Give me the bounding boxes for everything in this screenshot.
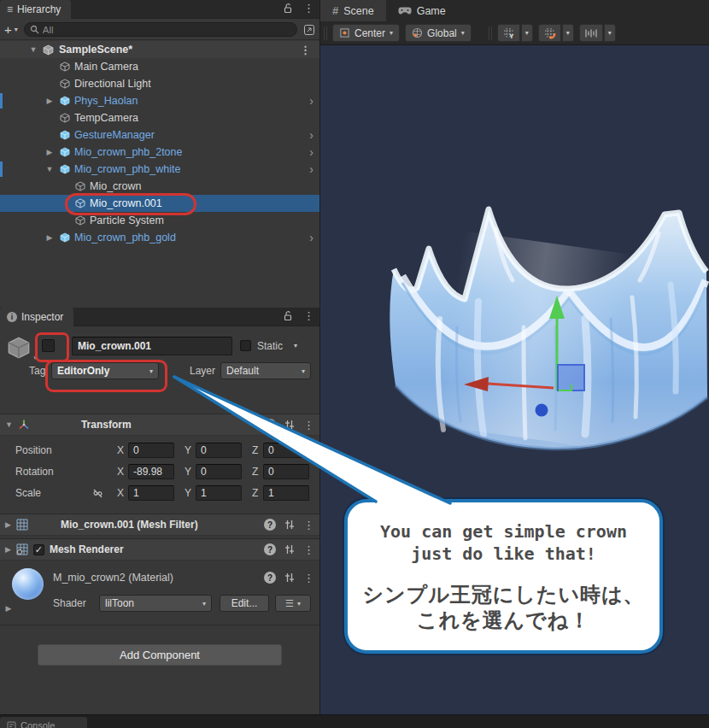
hierarchy-item-gesturemanager[interactable]: GestureManager ›: [0, 126, 319, 144]
prefab-cube-icon: [60, 130, 70, 140]
chevron-down-icon: ▾: [461, 29, 465, 37]
hierarchy-item-directional-light[interactable]: Directional Light: [0, 75, 319, 92]
rotation-y-field[interactable]: [196, 464, 242, 479]
gameobject-name-field[interactable]: [72, 337, 232, 355]
unlock-icon[interactable]: [283, 3, 293, 14]
kebab-menu-icon[interactable]: ⋮: [300, 44, 311, 56]
tag-value: EditorOnly: [57, 365, 109, 377]
foldout-arrow-icon[interactable]: ▶: [3, 604, 14, 613]
shader-menu-button[interactable]: ☰ ▾: [275, 595, 311, 612]
hierarchy-item-mio-crown-001[interactable]: Mio_crown.001: [0, 195, 319, 212]
bubble-text-en-line2: just do like that!: [348, 543, 659, 565]
link-broken-icon[interactable]: [92, 488, 103, 499]
rotation-x-field[interactable]: [128, 464, 174, 479]
scale-z-field[interactable]: [263, 485, 309, 501]
snap-increment-dropdown[interactable]: ▾: [604, 24, 616, 42]
tab-hierarchy[interactable]: ≡ Hierarchy: [0, 0, 71, 19]
add-component-button[interactable]: Add Component: [38, 644, 282, 666]
hierarchy-item-main-camera[interactable]: Main Camera: [0, 58, 319, 75]
shader-dropdown[interactable]: lilToon ▾: [99, 595, 212, 612]
toolbar-separator: [489, 26, 492, 40]
prefab-chevron-icon[interactable]: ›: [309, 127, 313, 143]
kebab-menu-icon[interactable]: ⋮: [303, 3, 314, 14]
game-tab-label: Game: [417, 5, 446, 17]
grid-axis-button[interactable]: Y: [497, 24, 520, 42]
rotation-z-field[interactable]: [263, 464, 309, 479]
hierarchy-item-mio-crown-phb-white[interactable]: ▼ Mio_crown_phb_white ›: [0, 161, 319, 178]
hierarchy-item-mio-crown-phb-2tone[interactable]: ▶ Mio_crown_phb_2tone ›: [0, 144, 319, 161]
transform-scale-row: Scale X Y Z: [0, 484, 319, 502]
mesh-filter-title: Mio_crown.001 (Mesh Filter): [61, 519, 198, 531]
scale-y-field[interactable]: [196, 485, 242, 501]
pivot-mode-button[interactable]: Center ▾: [332, 24, 400, 42]
orientation-button[interactable]: Global ▾: [405, 24, 472, 42]
shader-edit-button[interactable]: Edit...: [220, 595, 269, 612]
grid-snap-button[interactable]: [538, 24, 561, 42]
hierarchy-search-field[interactable]: [24, 22, 297, 37]
gameobject-big-cube-icon[interactable]: ▾: [7, 336, 31, 360]
foldout-arrow-icon[interactable]: ▶: [5, 520, 11, 529]
help-icon[interactable]: ?: [264, 543, 276, 555]
search-window-icon[interactable]: [303, 24, 315, 36]
preset-icon[interactable]: [284, 420, 295, 430]
hierarchy-item-phys-haolan[interactable]: ▶ Phys_Haolan ›: [0, 92, 319, 109]
search-input[interactable]: [43, 25, 291, 35]
kebab-menu-icon[interactable]: ⋮: [303, 310, 314, 321]
tab-scene[interactable]: # Scene: [320, 0, 386, 21]
transform-header[interactable]: ▼ Transform ? ⋮: [0, 414, 319, 436]
transform-rotation-row: Rotation X Y Z: [0, 463, 319, 480]
expand-arrow-icon[interactable]: ▶: [44, 148, 55, 156]
expand-arrow-icon[interactable]: ▼: [44, 165, 55, 173]
kebab-menu-icon[interactable]: ⋮: [303, 572, 314, 584]
foldout-arrow-icon[interactable]: ▶: [5, 545, 11, 554]
preset-icon[interactable]: [284, 544, 295, 555]
grid-snap-dropdown[interactable]: ▾: [562, 24, 574, 42]
tab-console[interactable]: Console: [0, 717, 87, 728]
layer-dropdown[interactable]: Default ▾: [220, 362, 311, 379]
add-object-dropdown-icon[interactable]: ▾: [15, 26, 18, 33]
hierarchy-item-scene[interactable]: ▼ SampleScene* ⋮: [0, 41, 319, 58]
unlock-icon[interactable]: [283, 310, 293, 321]
preset-icon[interactable]: [284, 572, 295, 583]
help-icon[interactable]: ?: [264, 419, 276, 431]
hierarchy-item-tempcamera[interactable]: TempCamera: [0, 109, 319, 126]
prefab-override-bar: [0, 161, 3, 177]
tab-game[interactable]: Game: [386, 0, 458, 21]
static-checkbox[interactable]: [240, 340, 251, 351]
kebab-menu-icon[interactable]: ⋮: [303, 544, 314, 555]
foldout-arrow-icon[interactable]: ▼: [5, 420, 13, 429]
material-sphere-preview[interactable]: [12, 568, 44, 600]
static-dropdown-icon[interactable]: ▾: [294, 342, 297, 349]
prefab-chevron-icon[interactable]: ›: [309, 230, 313, 245]
grid-axis-dropdown[interactable]: ▾: [521, 24, 533, 42]
bottom-dock-strip: Console: [0, 714, 709, 728]
prefab-chevron-icon[interactable]: ›: [309, 144, 313, 160]
position-y-field[interactable]: [196, 443, 242, 458]
hierarchy-item-mio-crown[interactable]: Mio_crown: [0, 178, 319, 195]
active-checkbox[interactable]: [42, 339, 55, 352]
add-object-button[interactable]: +: [4, 23, 12, 36]
expand-arrow-icon[interactable]: ▶: [44, 97, 55, 105]
help-icon[interactable]: ?: [264, 519, 276, 531]
prefab-chevron-icon[interactable]: ›: [309, 93, 313, 109]
expand-arrow-icon[interactable]: ▼: [28, 45, 38, 54]
position-x-field[interactable]: [128, 443, 174, 458]
preset-icon[interactable]: [284, 520, 295, 530]
kebab-menu-icon[interactable]: ⋮: [303, 420, 314, 431]
mesh-filter-header[interactable]: ▶ Mio_crown.001 (Mesh Filter) ? ⋮: [0, 514, 319, 536]
scale-x-field[interactable]: [128, 485, 174, 501]
expand-arrow-icon[interactable]: ▶: [44, 233, 55, 242]
prefab-chevron-icon[interactable]: ›: [309, 161, 313, 177]
tab-inspector[interactable]: i Inspector: [0, 308, 73, 326]
list-icon: ☰: [285, 598, 294, 609]
kebab-menu-icon[interactable]: ⋮: [303, 520, 314, 531]
tag-dropdown[interactable]: EditorOnly ▾: [51, 362, 159, 379]
component-enabled-checkbox[interactable]: ✓: [33, 544, 44, 555]
hierarchy-item-particle-system[interactable]: Particle System: [0, 212, 319, 229]
position-z-field[interactable]: [263, 443, 309, 458]
item-label: TempCamera: [61, 112, 138, 124]
snap-increment-button[interactable]: [579, 24, 603, 42]
help-icon[interactable]: ?: [264, 572, 276, 584]
mesh-renderer-header[interactable]: ▶ ✓ Mesh Renderer ? ⋮: [0, 538, 319, 561]
hierarchy-item-mio-crown-phb-gold[interactable]: ▶ Mio_crown_phb_gold ›: [0, 229, 319, 246]
